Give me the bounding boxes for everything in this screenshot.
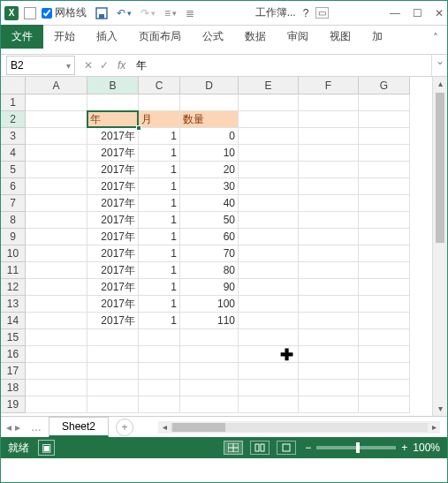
cell[interactable] — [180, 94, 239, 111]
cell[interactable] — [239, 296, 299, 313]
close-button[interactable]: ✕ — [435, 7, 444, 19]
cell[interactable] — [26, 313, 87, 329]
cell[interactable] — [359, 195, 410, 212]
cell[interactable] — [26, 229, 87, 245]
cell[interactable] — [26, 178, 87, 195]
fx-icon[interactable]: fx — [118, 59, 125, 72]
cell[interactable] — [299, 162, 359, 178]
cell[interactable] — [239, 111, 299, 128]
cell[interactable]: 20 — [180, 162, 239, 178]
cell[interactable] — [299, 329, 359, 346]
cell[interactable] — [239, 178, 299, 195]
cell[interactable]: 月 — [139, 111, 180, 128]
cell[interactable] — [359, 229, 410, 245]
cell[interactable] — [359, 380, 410, 396]
cell[interactable]: 2017年 — [87, 178, 139, 195]
cell[interactable] — [299, 313, 359, 329]
cell[interactable] — [299, 279, 359, 296]
cell[interactable] — [87, 329, 139, 346]
cell[interactable] — [139, 94, 180, 111]
zoom-control[interactable]: − + 100% — [305, 441, 440, 454]
cell[interactable] — [299, 296, 359, 313]
cell[interactable] — [26, 279, 87, 296]
cell[interactable] — [239, 245, 299, 262]
view-page-break-button[interactable] — [277, 441, 296, 455]
cell[interactable]: 1 — [139, 313, 180, 329]
cell[interactable]: 2017年 — [87, 262, 139, 279]
row-header-18[interactable]: 18 — [1, 380, 26, 396]
cancel-formula-button[interactable]: ✕ — [84, 59, 93, 72]
cell[interactable] — [299, 212, 359, 229]
cell[interactable] — [239, 262, 299, 279]
cell[interactable]: 90 — [180, 279, 239, 296]
cell[interactable] — [359, 245, 410, 262]
cell[interactable] — [359, 212, 410, 229]
cell[interactable] — [299, 346, 359, 363]
ribbon-collapse-button[interactable]: ˄ — [424, 27, 447, 49]
row-header-6[interactable]: 6 — [1, 178, 26, 195]
grid-area[interactable]: ABCDEFG 12345678910111213141516171819 年月… — [1, 77, 447, 416]
cell[interactable]: 60 — [180, 229, 239, 245]
cell[interactable] — [26, 195, 87, 212]
sheet-nav-more[interactable]: … — [26, 421, 47, 434]
cell[interactable] — [26, 212, 87, 229]
cell[interactable] — [26, 296, 87, 313]
undo-button[interactable]: ↶▾ — [117, 7, 132, 19]
cell[interactable]: 50 — [180, 212, 239, 229]
cell[interactable] — [299, 229, 359, 245]
cell[interactable]: 70 — [180, 245, 239, 262]
cell[interactable] — [26, 329, 87, 346]
cell[interactable]: 1 — [139, 195, 180, 212]
cell[interactable] — [359, 279, 410, 296]
col-header-B[interactable]: B — [87, 77, 139, 94]
tab-review[interactable]: 审阅 — [277, 25, 319, 49]
cell[interactable] — [180, 380, 239, 396]
add-sheet-button[interactable]: + — [116, 419, 133, 436]
cell[interactable] — [359, 145, 410, 162]
sheet-nav-prev[interactable]: ◂ — [6, 421, 11, 434]
cell[interactable] — [299, 262, 359, 279]
cell[interactable] — [359, 396, 410, 413]
zoom-level[interactable]: 100% — [413, 441, 440, 454]
cell[interactable] — [239, 128, 299, 145]
cell[interactable] — [239, 396, 299, 413]
cell[interactable] — [359, 178, 410, 195]
cell[interactable] — [239, 195, 299, 212]
tab-formulas[interactable]: 公式 — [192, 25, 234, 49]
cell[interactable]: 2017年 — [87, 145, 139, 162]
zoom-slider[interactable] — [316, 446, 396, 449]
col-header-D[interactable]: D — [180, 77, 239, 94]
cell[interactable]: 1 — [139, 212, 180, 229]
sheet-tab-active[interactable]: Sheet2 — [49, 417, 109, 437]
cell[interactable] — [299, 178, 359, 195]
row-header-13[interactable]: 13 — [1, 296, 26, 313]
cell[interactable]: 1 — [139, 128, 180, 145]
tab-insert[interactable]: 插入 — [86, 25, 128, 49]
cell[interactable] — [299, 380, 359, 396]
cell[interactable] — [299, 111, 359, 128]
cell[interactable] — [359, 128, 410, 145]
cell[interactable]: 2017年 — [87, 212, 139, 229]
cell[interactable]: 2017年 — [87, 128, 139, 145]
tab-home[interactable]: 开始 — [43, 25, 86, 49]
cell[interactable] — [139, 380, 180, 396]
cell[interactable]: 1 — [139, 162, 180, 178]
cell[interactable] — [87, 396, 139, 413]
vscroll-thumb[interactable] — [436, 93, 444, 243]
cell[interactable]: 2017年 — [87, 195, 139, 212]
cell[interactable]: 2017年 — [87, 229, 139, 245]
cell[interactable] — [359, 262, 410, 279]
row-header-2[interactable]: 2 — [1, 111, 26, 128]
name-box[interactable]: B2 ▾ — [6, 56, 75, 75]
cell[interactable] — [359, 346, 410, 363]
cell[interactable]: 80 — [180, 262, 239, 279]
cell[interactable] — [26, 363, 87, 380]
row-header-8[interactable]: 8 — [1, 212, 26, 229]
cell[interactable] — [139, 346, 180, 363]
cell[interactable] — [139, 329, 180, 346]
tab-file[interactable]: 文件 — [1, 25, 43, 49]
cell[interactable]: 1 — [139, 296, 180, 313]
cell[interactable]: 1 — [139, 145, 180, 162]
view-page-layout-button[interactable] — [250, 441, 270, 455]
cell[interactable] — [299, 195, 359, 212]
